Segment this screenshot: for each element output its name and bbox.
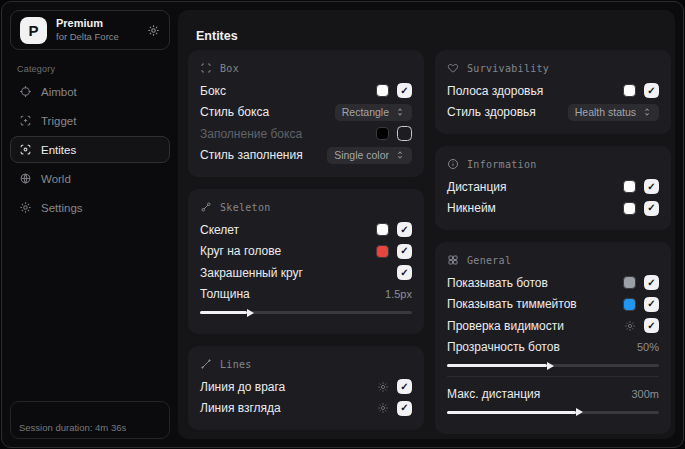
setting-label: Линия взгляда <box>200 401 281 415</box>
setting-row-box-style: Стиль бокса Rectangle <box>200 102 412 124</box>
setting-label: Круг на голове <box>200 244 281 258</box>
setting-label: Полоса здоровья <box>447 84 543 98</box>
panel-title: Lines <box>220 359 252 370</box>
target-icon <box>19 114 32 127</box>
checkbox[interactable] <box>397 379 412 394</box>
panel-general: General Показывать ботов Показывать тимм… <box>435 242 671 434</box>
gear-icon[interactable] <box>147 24 160 37</box>
scan-eye-icon <box>19 143 32 156</box>
grid-icon <box>447 254 459 266</box>
session-duration: Session duration: 4m 36s <box>19 422 126 433</box>
gear-icon[interactable] <box>624 320 636 332</box>
setting-row-line-to-enemy: Линия до врага <box>200 376 412 398</box>
color-swatch[interactable] <box>623 202 636 215</box>
setting-label: Показывать ботов <box>447 276 548 290</box>
setting-row-fill-style: Стиль заполнения Single color <box>200 145 412 167</box>
color-swatch[interactable] <box>376 245 389 258</box>
color-swatch[interactable] <box>623 276 636 289</box>
checkbox[interactable] <box>397 83 412 98</box>
column-left: Box Бокс Стиль бокса Rectangle <box>188 50 424 442</box>
checkbox[interactable] <box>644 83 659 98</box>
checkbox[interactable] <box>644 275 659 290</box>
bot-opacity-slider[interactable] <box>447 364 659 367</box>
setting-label: Макс. дистанция <box>447 387 540 401</box>
divider <box>447 376 659 377</box>
sidebar-item-trigget[interactable]: Trigget <box>10 107 170 134</box>
sidebar: P Premium for Delta Force Category Aimbo… <box>10 10 170 439</box>
sidebar-item-settings[interactable]: Settings <box>10 194 170 221</box>
select-value: Rectangle <box>342 106 389 118</box>
panel-lines: Lines Линия до врага Линия взгляда <box>188 346 424 430</box>
color-swatch[interactable] <box>623 84 636 97</box>
checkbox[interactable] <box>397 126 412 141</box>
crosshair-icon <box>19 85 32 98</box>
panel-information: Information Дистанция Никнейм <box>435 146 671 230</box>
health-style-select[interactable]: Health status <box>568 104 659 121</box>
checkbox[interactable] <box>644 297 659 312</box>
panel-survivability-header: Survivability <box>447 59 659 77</box>
color-swatch[interactable] <box>376 84 389 97</box>
color-swatch[interactable] <box>623 180 636 193</box>
checkbox[interactable] <box>397 401 412 416</box>
setting-label: Показывать тиммейтов <box>447 297 577 311</box>
slider-fill[interactable] <box>447 411 576 414</box>
sidebar-item-label: Aimbot <box>41 86 77 98</box>
brand-title: Premium <box>56 17 138 31</box>
panel-title: Survivability <box>467 63 549 74</box>
fill-style-select[interactable]: Single color <box>327 147 412 164</box>
chevron-updown-icon <box>642 107 652 117</box>
setting-row-max-distance: Макс. дистанция 300m <box>447 383 659 405</box>
thickness-slider[interactable] <box>200 311 412 314</box>
color-swatch[interactable] <box>623 298 636 311</box>
category-label: Category <box>17 64 170 74</box>
setting-label: Заполнение бокса <box>200 127 302 141</box>
sidebar-item-world[interactable]: World <box>10 165 170 192</box>
setting-row-distance: Дистанция <box>447 176 659 198</box>
setting-label: Стиль здоровья <box>447 105 536 119</box>
gear-icon[interactable] <box>377 381 389 393</box>
setting-row-thickness: Толщина 1.5px <box>200 284 412 306</box>
setting-row-head-circle: Круг на голове <box>200 241 412 263</box>
setting-label: Закрашенный круг <box>200 266 303 280</box>
brand-text: Premium for Delta Force <box>56 17 138 43</box>
panel-lines-header: Lines <box>200 355 412 373</box>
select-value: Single color <box>334 149 389 161</box>
gear-icon[interactable] <box>377 402 389 414</box>
slider-fill[interactable] <box>200 311 247 314</box>
page-title: Entites <box>196 29 238 43</box>
setting-row-bot-opacity: Прозрачность ботов 50% <box>447 337 659 359</box>
checkbox[interactable] <box>644 201 659 216</box>
color-swatch[interactable] <box>376 223 389 236</box>
setting-label: Толщина <box>200 287 250 301</box>
setting-label: Никнейм <box>447 201 496 215</box>
checkbox[interactable] <box>397 222 412 237</box>
sidebar-item-entites[interactable]: Entites <box>10 136 170 163</box>
checkbox[interactable] <box>644 179 659 194</box>
checkbox[interactable] <box>397 265 412 280</box>
heart-icon <box>447 62 459 74</box>
panel-skeleton: Skeleton Скелет Круг на голове <box>188 189 424 334</box>
setting-label: Стиль заполнения <box>200 148 303 162</box>
checkbox[interactable] <box>397 244 412 259</box>
slider-value: 300m <box>631 388 659 400</box>
setting-row-health-style: Стиль здоровья Health status <box>447 102 659 124</box>
panel-information-header: Information <box>447 155 659 173</box>
panel-box-header: Box <box>200 59 412 77</box>
setting-label: Дистанция <box>447 180 507 194</box>
chevron-updown-icon <box>395 107 405 117</box>
setting-row-show-bots: Показывать ботов <box>447 272 659 294</box>
setting-label: Стиль бокса <box>200 105 269 119</box>
setting-row-visibility-check: Проверка видимости <box>447 315 659 337</box>
setting-row-box-fill: Заполнение бокса <box>200 123 412 145</box>
setting-label: Линия до врага <box>200 380 285 394</box>
bone-icon <box>200 201 212 213</box>
app-logo: P <box>20 17 47 44</box>
setting-label: Прозрачность ботов <box>447 340 560 354</box>
sidebar-item-aimbot[interactable]: Aimbot <box>10 78 170 105</box>
column-right: Survivability Полоса здоровья Стиль здор… <box>435 50 671 446</box>
max-distance-slider[interactable] <box>447 411 659 414</box>
box-style-select[interactable]: Rectangle <box>335 104 412 121</box>
checkbox[interactable] <box>644 318 659 333</box>
color-swatch[interactable] <box>376 127 389 140</box>
slider-fill[interactable] <box>447 364 547 367</box>
